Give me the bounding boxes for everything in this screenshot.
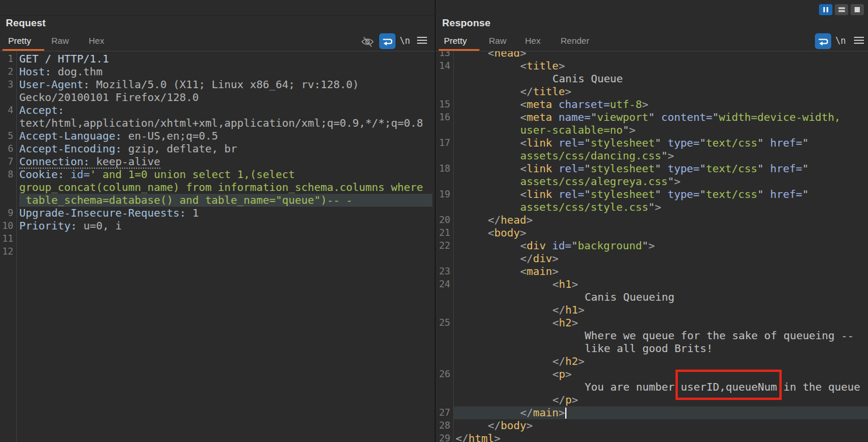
code-line[interactable]: <p> [552, 368, 572, 381]
code-line[interactable]: <h2> [552, 316, 578, 329]
code-line[interactable]: </body> [488, 419, 533, 432]
line-number: 3 [0, 78, 13, 91]
newline-toggle[interactable]: \n [400, 36, 410, 46]
code-line[interactable]: Connection: keep-alive [19, 155, 160, 168]
code-line[interactable]: </h1> [552, 304, 584, 316]
line-number: 24 [436, 278, 450, 291]
line-number: 16 [436, 111, 450, 124]
request-menu-icon[interactable] [415, 35, 428, 46]
response-header: Response Pretty Raw Hex Render \n [436, 0, 868, 51]
code-line[interactable]: Canis Queueing [584, 291, 674, 304]
current-line-highlight [454, 406, 868, 419]
response-panel: 13<head>14<title>Canis Queue</title>15<m… [436, 0, 868, 442]
code-line[interactable]: <title> [520, 60, 565, 72]
maximize-layout-button[interactable] [850, 4, 864, 15]
response-active-tab-underline [439, 49, 480, 51]
request-panel: 1GET / HTTP/1.12Host: dog.thm3User-Agent… [0, 0, 435, 442]
line-number: 17 [436, 137, 450, 149]
code-line[interactable]: <link rel="stylesheet" type="text/css" h… [520, 137, 809, 149]
code-line[interactable]: </main> [520, 406, 566, 419]
code-line[interactable]: </title> [520, 85, 572, 98]
line-number: 23 [436, 265, 450, 278]
line-number: 5 [0, 130, 13, 142]
tab-response-hex[interactable]: Hex [525, 36, 541, 46]
line-number: 28 [436, 419, 450, 432]
line-number: 21 [436, 227, 450, 239]
text-cursor [565, 408, 566, 419]
code-line[interactable]: GET / HTTP/1.1 [19, 53, 109, 65]
code-line[interactable]: <body> [488, 227, 526, 239]
code-line[interactable]: like all good Brits! [584, 342, 713, 355]
line-number: 26 [436, 368, 450, 381]
line-number: 7 [0, 155, 13, 168]
code-line[interactable]: Canis Queue [552, 72, 623, 85]
code-line[interactable]: user-scalable=no"> [520, 124, 636, 137]
code-line[interactable]: <div id="background"> [520, 239, 655, 252]
response-gutter-separator [453, 51, 454, 442]
line-number: 22 [436, 239, 450, 252]
code-line[interactable]: </head> [488, 214, 533, 227]
request-header-topline [0, 15, 435, 16]
code-line[interactable]: </div> [520, 252, 559, 265]
word-wrap-button[interactable] [379, 33, 396, 49]
code-line[interactable]: Host: dog.thm [19, 65, 103, 78]
code-line[interactable]: </p> [552, 394, 578, 406]
code-line[interactable]: Cookie: id=' and 1=0 union select 1,(sel… [19, 168, 295, 181]
request-title: Request [6, 18, 46, 29]
code-line[interactable]: <meta name="viewport" content="width=dev… [520, 111, 841, 124]
line-number: 10 [0, 220, 13, 232]
pause-layout-button[interactable] [819, 4, 832, 15]
code-line[interactable]: <meta charset=utf-8> [520, 98, 649, 111]
code-line[interactable]: assets/css/style.css"> [520, 201, 662, 214]
line-number: 11 [0, 232, 13, 245]
line-number: 27 [436, 406, 450, 419]
line-number: 6 [0, 142, 13, 155]
line-number: 8 [0, 168, 13, 181]
tab-response-render[interactable]: Render [561, 36, 589, 46]
code-line[interactable]: Upgrade-Insecure-Requests: 1 [19, 207, 199, 220]
response-editor[interactable]: 13<head>14<title>Canis Queue</title>15<m… [436, 0, 868, 442]
line-number: 14 [436, 60, 450, 72]
line-number: 19 [436, 188, 450, 201]
tab-request-hex[interactable]: Hex [89, 36, 104, 46]
tab-request-raw[interactable]: Raw [51, 36, 69, 46]
stacked-layout-button[interactable] [835, 4, 848, 15]
code-line[interactable]: text/html,application/xhtml+xml,applicat… [19, 117, 423, 130]
code-line[interactable]: <h1> [552, 278, 578, 291]
line-number: 25 [436, 316, 450, 329]
line-number: 1 [0, 53, 13, 65]
tab-request-pretty[interactable]: Pretty [8, 36, 31, 46]
code-line[interactable]: <main> [520, 265, 559, 278]
word-wrap-button[interactable] [815, 33, 831, 49]
newline-toggle[interactable]: \n [835, 36, 846, 46]
response-menu-icon[interactable] [852, 35, 865, 46]
line-number: 18 [436, 162, 450, 175]
code-line[interactable]: Accept-Encoding: gzip, deflate, br [19, 142, 237, 155]
line-number: 2 [0, 65, 13, 78]
request-editor[interactable]: 1GET / HTTP/1.12Host: dog.thm3User-Agent… [0, 0, 435, 442]
tab-response-pretty[interactable]: Pretty [444, 36, 467, 46]
line-number: 9 [0, 207, 13, 220]
code-line[interactable]: User-Agent: Mozilla/5.0 (X11; Linux x86_… [19, 78, 359, 91]
request-active-tab-underline [2, 49, 44, 51]
line-number: 29 [436, 432, 450, 442]
tab-response-raw[interactable]: Raw [489, 36, 506, 46]
code-line[interactable]: Accept: [19, 104, 64, 117]
highlight-box [676, 370, 782, 400]
code-line[interactable]: assets/css/alegreya.css"> [520, 175, 681, 188]
code-line[interactable]: assets/css/dancing.css"> [520, 149, 674, 162]
hide-nonprintable-icon[interactable] [359, 34, 376, 48]
code-line[interactable]: Gecko/20100101 Firefox/128.0 [19, 91, 199, 104]
code-line[interactable]: </h2> [552, 355, 584, 368]
line-number: 15 [436, 98, 450, 111]
code-line[interactable]: Priority: u=0, i [19, 220, 122, 232]
code-line[interactable]: Where we queue for the sake of queueing … [584, 329, 853, 342]
code-line[interactable]: <link rel="stylesheet" type="text/css" h… [520, 162, 809, 175]
code-line[interactable]: </html> [456, 432, 501, 442]
code-line[interactable]: Accept-Language: en-US,en;q=0.5 [19, 130, 218, 142]
code-line[interactable]: table_schema=database() and table_name="… [19, 194, 352, 207]
line-number: 12 [0, 245, 13, 258]
code-line[interactable]: <link rel="stylesheet" type="text/css" h… [520, 188, 809, 201]
response-title: Response [442, 18, 491, 29]
code-line[interactable]: group_concat(column_name) from informati… [19, 181, 423, 194]
